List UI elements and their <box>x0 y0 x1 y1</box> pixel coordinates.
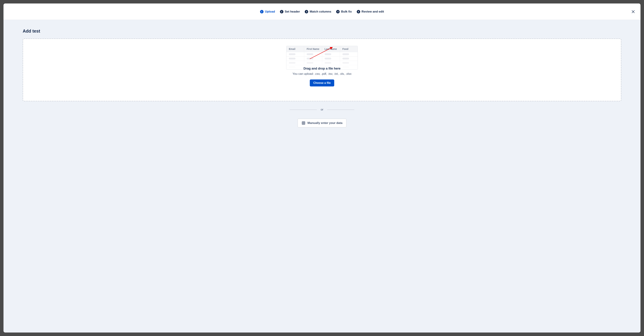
step-circle: 4 <box>336 10 340 13</box>
step-match-columns[interactable]: 3 Match columns <box>305 10 331 13</box>
divider-or: or <box>320 108 323 111</box>
step-review-edit[interactable]: 5 Review and edit <box>357 10 384 13</box>
table-row <box>286 61 358 65</box>
page-title: Add test <box>23 28 621 34</box>
svg-rect-3 <box>302 122 305 125</box>
stepper: 1 Upload 2 Set header 3 Match columns 4 … <box>260 10 384 13</box>
close-button[interactable] <box>631 9 636 14</box>
step-set-header[interactable]: 2 Set header <box>280 10 300 13</box>
modal-body: Add test Email First Name Last Name Food <box>4 20 640 333</box>
skeleton-cell <box>342 66 349 68</box>
preview-table: Email First Name Last Name Food <box>286 46 358 70</box>
skeleton-cell <box>307 53 313 55</box>
step-circle: 3 <box>305 10 308 13</box>
step-upload[interactable]: 1 Upload <box>260 10 275 13</box>
choose-file-button[interactable]: Choose a file <box>310 79 334 86</box>
step-label: Set header <box>285 10 300 13</box>
manual-entry-button[interactable]: Manually enter your data <box>298 119 346 127</box>
skeleton-cell <box>307 58 313 59</box>
preview-th-email: Email <box>286 46 304 52</box>
step-bulk-fix[interactable]: 4 Bulk fix <box>336 10 352 13</box>
skeleton-cell <box>289 66 296 68</box>
skeleton-cell <box>289 62 296 64</box>
step-circle: 2 <box>280 10 284 13</box>
drop-title: Drag and drop a file here <box>304 67 340 70</box>
skeleton-cell <box>342 53 349 55</box>
table-row <box>286 52 358 56</box>
divider-line <box>327 110 354 110</box>
skeleton-cell <box>324 53 331 55</box>
import-modal: 1 Upload 2 Set header 3 Match columns 4 … <box>4 3 640 333</box>
close-icon <box>632 10 635 13</box>
step-label: Review and edit <box>362 10 384 13</box>
manual-entry-label: Manually enter your data <box>308 121 342 125</box>
file-dropzone[interactable]: Email First Name Last Name Food <box>23 38 621 101</box>
modal-header: 1 Upload 2 Set header 3 Match columns 4 … <box>4 3 640 20</box>
skeleton-cell <box>342 62 349 64</box>
drop-hint: You can upload: .csv, .pdf, .tsv, .txt, … <box>292 72 352 76</box>
preview-th-lastname: Last Name <box>322 46 340 52</box>
preview-th-food: Food <box>340 46 358 52</box>
step-label: Upload <box>265 10 275 13</box>
step-circle: 5 <box>357 10 360 13</box>
skeleton-cell <box>289 58 296 59</box>
skeleton-cell <box>289 53 296 55</box>
divider: or <box>23 108 621 111</box>
table-icon <box>302 121 306 125</box>
skeleton-cell <box>307 62 313 64</box>
skeleton-cell <box>324 58 331 59</box>
step-label: Bulk fix <box>341 10 352 13</box>
skeleton-cell <box>324 62 331 64</box>
step-circle: 1 <box>260 10 264 13</box>
skeleton-cell <box>342 58 349 59</box>
table-row <box>286 56 358 61</box>
preview-th-firstname: First Name <box>304 46 322 52</box>
preview-table-header: Email First Name Last Name Food <box>286 46 358 52</box>
step-label: Match columns <box>310 10 331 13</box>
divider-line <box>290 110 317 110</box>
